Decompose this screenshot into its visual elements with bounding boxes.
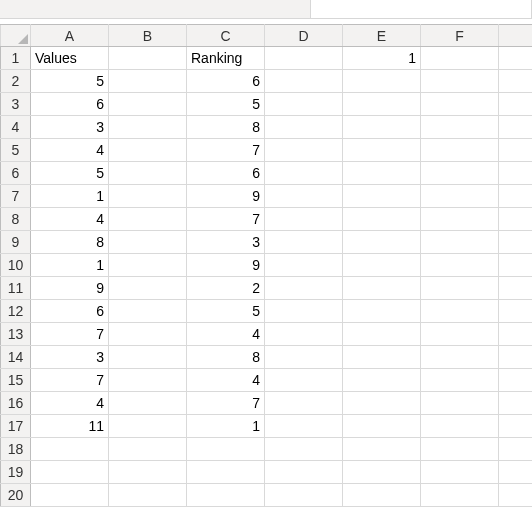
cell-E3[interactable]	[343, 93, 421, 116]
cell-D3[interactable]	[265, 93, 343, 116]
cell-partial-6[interactable]	[499, 162, 533, 185]
cell-D12[interactable]	[265, 300, 343, 323]
cell-F14[interactable]	[421, 346, 499, 369]
cell-F13[interactable]	[421, 323, 499, 346]
col-header-partial[interactable]	[499, 25, 533, 47]
cell-B18[interactable]	[109, 438, 187, 461]
cell-C10[interactable]: 9	[187, 254, 265, 277]
cell-E5[interactable]	[343, 139, 421, 162]
select-all-corner[interactable]	[1, 25, 31, 47]
cell-B9[interactable]	[109, 231, 187, 254]
row-header-7[interactable]: 7	[1, 185, 31, 208]
cell-D18[interactable]	[265, 438, 343, 461]
row-header-19[interactable]: 19	[1, 461, 31, 484]
cell-E18[interactable]	[343, 438, 421, 461]
row-header-6[interactable]: 6	[1, 162, 31, 185]
row-header-8[interactable]: 8	[1, 208, 31, 231]
cell-partial-19[interactable]	[499, 461, 533, 484]
cell-D17[interactable]	[265, 415, 343, 438]
cell-E2[interactable]	[343, 70, 421, 93]
cell-F7[interactable]	[421, 185, 499, 208]
cell-D5[interactable]	[265, 139, 343, 162]
cell-partial-15[interactable]	[499, 369, 533, 392]
cell-C15[interactable]: 4	[187, 369, 265, 392]
cell-A2[interactable]: 5	[31, 70, 109, 93]
cell-E17[interactable]	[343, 415, 421, 438]
row-header-20[interactable]: 20	[1, 484, 31, 507]
cell-partial-12[interactable]	[499, 300, 533, 323]
cell-partial-18[interactable]	[499, 438, 533, 461]
row-header-1[interactable]: 1	[1, 47, 31, 70]
cell-C16[interactable]: 7	[187, 392, 265, 415]
col-header-E[interactable]: E	[343, 25, 421, 47]
cell-D2[interactable]	[265, 70, 343, 93]
cell-C2[interactable]: 6	[187, 70, 265, 93]
cell-A10[interactable]: 1	[31, 254, 109, 277]
cell-B5[interactable]	[109, 139, 187, 162]
cell-partial-5[interactable]	[499, 139, 533, 162]
col-header-C[interactable]: C	[187, 25, 265, 47]
cell-A15[interactable]: 7	[31, 369, 109, 392]
row-header-18[interactable]: 18	[1, 438, 31, 461]
cell-A16[interactable]: 4	[31, 392, 109, 415]
cell-F12[interactable]	[421, 300, 499, 323]
cell-C9[interactable]: 3	[187, 231, 265, 254]
cell-partial-17[interactable]	[499, 415, 533, 438]
cell-B10[interactable]	[109, 254, 187, 277]
cell-E20[interactable]	[343, 484, 421, 507]
cell-F19[interactable]	[421, 461, 499, 484]
cell-A6[interactable]: 5	[31, 162, 109, 185]
cell-F18[interactable]	[421, 438, 499, 461]
cell-D8[interactable]	[265, 208, 343, 231]
cell-B4[interactable]	[109, 116, 187, 139]
cell-F20[interactable]	[421, 484, 499, 507]
cell-B15[interactable]	[109, 369, 187, 392]
cell-D13[interactable]	[265, 323, 343, 346]
cell-A12[interactable]: 6	[31, 300, 109, 323]
row-header-3[interactable]: 3	[1, 93, 31, 116]
cell-E19[interactable]	[343, 461, 421, 484]
cell-partial-4[interactable]	[499, 116, 533, 139]
cell-partial-11[interactable]	[499, 277, 533, 300]
col-header-A[interactable]: A	[31, 25, 109, 47]
cell-B8[interactable]	[109, 208, 187, 231]
cell-D19[interactable]	[265, 461, 343, 484]
cell-A18[interactable]	[31, 438, 109, 461]
cell-C3[interactable]: 5	[187, 93, 265, 116]
cell-B2[interactable]	[109, 70, 187, 93]
cell-D14[interactable]	[265, 346, 343, 369]
cell-B7[interactable]	[109, 185, 187, 208]
cell-A8[interactable]: 4	[31, 208, 109, 231]
cell-A5[interactable]: 4	[31, 139, 109, 162]
cell-F1[interactable]	[421, 47, 499, 70]
row-header-13[interactable]: 13	[1, 323, 31, 346]
cell-partial-20[interactable]	[499, 484, 533, 507]
row-header-4[interactable]: 4	[1, 116, 31, 139]
cell-F3[interactable]	[421, 93, 499, 116]
cell-E11[interactable]	[343, 277, 421, 300]
row-header-12[interactable]: 12	[1, 300, 31, 323]
cell-A19[interactable]	[31, 461, 109, 484]
row-header-17[interactable]: 17	[1, 415, 31, 438]
cell-A20[interactable]	[31, 484, 109, 507]
col-header-D[interactable]: D	[265, 25, 343, 47]
cell-C18[interactable]	[187, 438, 265, 461]
cell-partial-9[interactable]	[499, 231, 533, 254]
row-header-5[interactable]: 5	[1, 139, 31, 162]
cell-A1[interactable]: Values	[31, 47, 109, 70]
cell-E12[interactable]	[343, 300, 421, 323]
cell-F9[interactable]	[421, 231, 499, 254]
cell-C8[interactable]: 7	[187, 208, 265, 231]
cell-partial-10[interactable]	[499, 254, 533, 277]
cell-A11[interactable]: 9	[31, 277, 109, 300]
cell-B16[interactable]	[109, 392, 187, 415]
cell-D4[interactable]	[265, 116, 343, 139]
cell-B14[interactable]	[109, 346, 187, 369]
row-header-16[interactable]: 16	[1, 392, 31, 415]
cell-D11[interactable]	[265, 277, 343, 300]
cell-E6[interactable]	[343, 162, 421, 185]
cell-D9[interactable]	[265, 231, 343, 254]
cell-F6[interactable]	[421, 162, 499, 185]
cell-D7[interactable]	[265, 185, 343, 208]
cell-D15[interactable]	[265, 369, 343, 392]
